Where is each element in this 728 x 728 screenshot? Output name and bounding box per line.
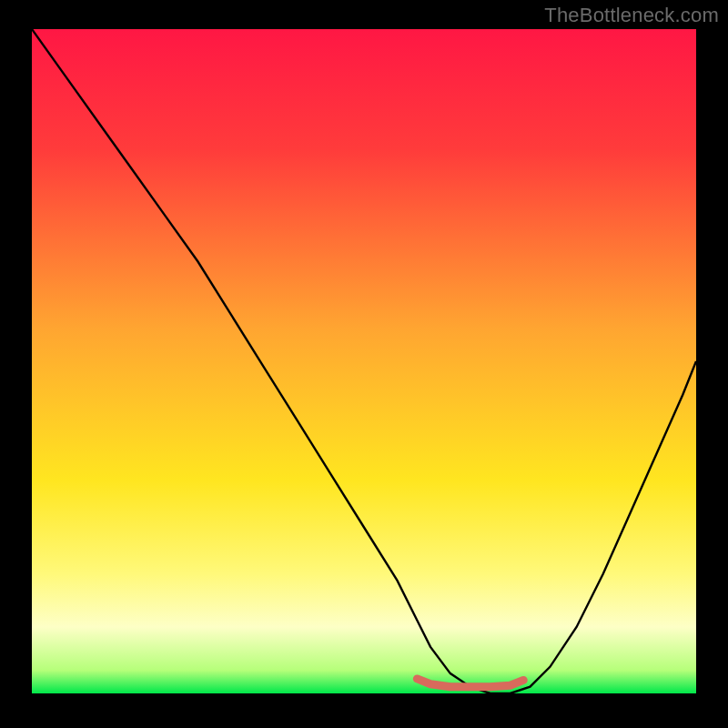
gradient-background	[32, 29, 696, 693]
chart-svg	[32, 29, 696, 693]
watermark-text: TheBottleneck.com	[544, 4, 719, 27]
plot-area	[32, 29, 696, 693]
chart-frame: TheBottleneck.com	[0, 0, 728, 728]
